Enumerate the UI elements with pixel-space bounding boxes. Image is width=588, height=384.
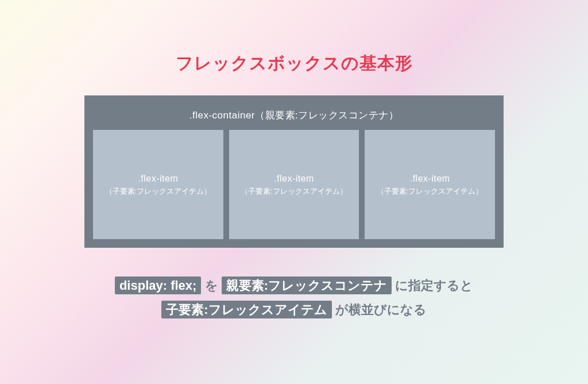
flex-container-diagram: .flex-container（親要素:フレックスコンテナ） .flex-ite… <box>84 95 504 248</box>
flex-item-label: .flex-item <box>138 171 178 186</box>
flex-item-sublabel: （子要素:フレックスアイテム） <box>377 186 483 198</box>
desc-text: を <box>201 278 221 293</box>
page-title: フレックスボックスの基本形 <box>176 52 413 75</box>
flex-item-label: .flex-item <box>410 171 450 186</box>
flex-item-sublabel: （子要素:フレックスアイテム） <box>241 186 347 198</box>
flex-item-sublabel: （子要素:フレックスアイテム） <box>105 186 212 198</box>
flex-items-row: .flex-item （子要素:フレックスアイテム） .flex-item （子… <box>93 130 495 239</box>
code-chip: display: flex; <box>115 277 201 294</box>
flex-item: .flex-item （子要素:フレックスアイテム） <box>365 130 495 239</box>
description-text: display: flex; を 親要素:フレックスコンテナ に指定すると 子要… <box>115 274 473 322</box>
desc-text: が横並びになる <box>332 302 427 317</box>
flex-item: .flex-item （子要素:フレックスアイテム） <box>93 130 223 239</box>
flex-item-label: .flex-item <box>274 171 314 186</box>
desc-text: に指定すると <box>392 278 473 293</box>
flex-item: .flex-item （子要素:フレックスアイテム） <box>229 130 359 239</box>
term-chip: 子要素:フレックスアイテム <box>161 301 331 318</box>
term-chip: 親要素:フレックスコンテナ <box>222 277 392 294</box>
flex-container-label: .flex-container（親要素:フレックスコンテナ） <box>93 104 495 130</box>
